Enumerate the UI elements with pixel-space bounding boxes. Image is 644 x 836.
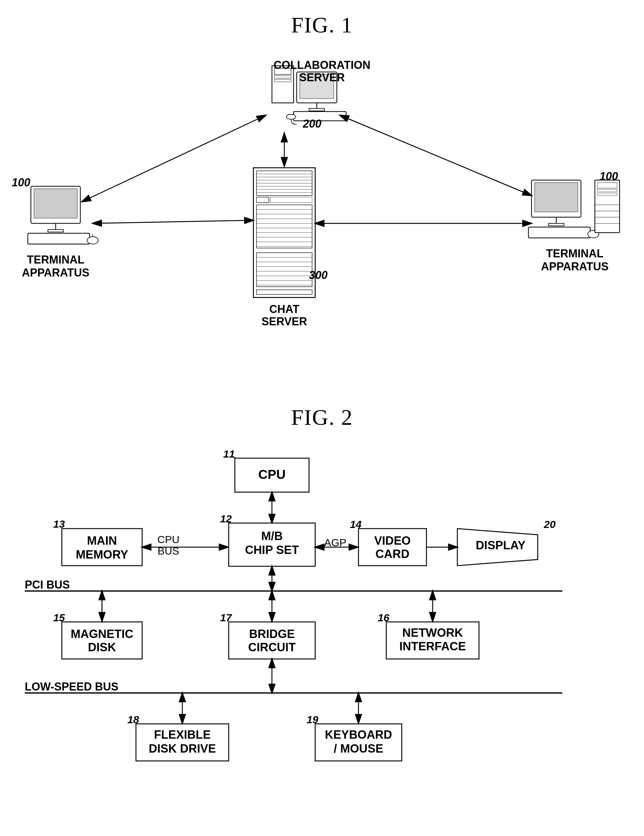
svg-point-47 <box>87 237 98 244</box>
mb-ref: 12 <box>220 513 232 524</box>
terminal-right-label2: APPARATUS <box>541 260 609 273</box>
svg-text:SERVER: SERVER <box>299 71 345 84</box>
ni-label2: INTERFACE <box>399 640 466 653</box>
display-label: DISPLAY <box>476 539 525 552</box>
mb-label1: M/B <box>261 529 283 542</box>
md-label1: MAGNETIC <box>71 627 134 640</box>
svg-line-67 <box>340 115 531 196</box>
svg-line-68 <box>93 220 253 224</box>
pci-bus-label: PCI BUS <box>25 578 70 591</box>
md-ref: 15 <box>53 612 65 624</box>
cpu-label: CPU <box>258 467 286 482</box>
svg-line-66 <box>82 115 266 202</box>
mm-label1: MAIN <box>87 534 117 547</box>
svg-rect-0 <box>272 66 294 103</box>
chat-server-label: CHAT <box>269 303 299 315</box>
cpu-ref: 11 <box>223 449 235 460</box>
fdd-label2: DISK DRIVE <box>149 742 216 755</box>
cpu-bus-label: CPU <box>157 534 180 545</box>
km-label2: / MOUSE <box>334 742 383 755</box>
terminal-right-ref: 100 <box>600 170 618 183</box>
agp-label: AGP <box>324 537 347 549</box>
svg-rect-45 <box>48 230 63 232</box>
fdd-ref: 18 <box>127 714 139 725</box>
fig2-container: FIG. 2 CPU 11 M/B CHIP SET <box>0 402 644 836</box>
mm-ref: 13 <box>53 518 65 530</box>
mm-label2: MEMORY <box>76 548 128 561</box>
fig1-container: FIG. 1 <box>0 0 644 402</box>
svg-rect-50 <box>534 183 578 212</box>
display-ref: 20 <box>544 518 556 530</box>
fig1-svg: COLLABORATION SERVER 200 <box>0 38 644 409</box>
bc-ref: 17 <box>220 612 232 624</box>
fdd-label1: FLEXIBLE <box>154 728 211 741</box>
vc-label1: VIDEO <box>374 534 411 547</box>
ni-ref: 16 <box>378 612 390 624</box>
mb-label2: CHIP SET <box>245 544 299 557</box>
vc-label2: CARD <box>376 547 409 560</box>
ni-label1: NETWORK <box>402 626 463 639</box>
md-label2: DISK <box>88 641 116 654</box>
collab-server-label: COLLABORATION <box>273 59 370 71</box>
bc-label2: CIRCUIT <box>248 641 296 654</box>
fig2-title: FIG. 2 <box>0 405 644 430</box>
vc-ref: 14 <box>350 518 361 530</box>
bc-label1: BRIDGE <box>249 627 295 640</box>
terminal-left-label1: TERMINAL <box>27 253 84 266</box>
collab-ref: 200 <box>302 118 321 130</box>
svg-rect-20 <box>257 197 269 202</box>
km-ref: 19 <box>307 714 318 725</box>
svg-rect-52 <box>549 224 564 226</box>
terminal-left-ref: 100 <box>12 176 30 189</box>
svg-rect-46 <box>28 233 90 244</box>
svg-text:SERVER: SERVER <box>262 315 307 328</box>
fig1-diagram: COLLABORATION SERVER 200 <box>0 38 644 409</box>
svg-rect-7 <box>309 108 324 111</box>
terminal-left-label2: APPARATUS <box>22 266 90 279</box>
fig2-diagram: CPU 11 M/B CHIP SET 12 MAIN MEMORY 13 CP… <box>0 449 644 836</box>
fig1-title: FIG. 1 <box>0 0 644 38</box>
svg-point-9 <box>286 114 296 119</box>
svg-rect-53 <box>528 227 590 238</box>
km-label1: KEYBOARD <box>325 728 392 741</box>
fig2-svg: CPU 11 M/B CHIP SET 12 MAIN MEMORY 13 CP… <box>0 449 644 836</box>
low-speed-bus-label: LOW-SPEED BUS <box>25 680 118 693</box>
svg-rect-43 <box>34 189 77 218</box>
chat-ref: 300 <box>309 269 328 281</box>
terminal-right-label1: TERMINAL <box>546 247 603 260</box>
